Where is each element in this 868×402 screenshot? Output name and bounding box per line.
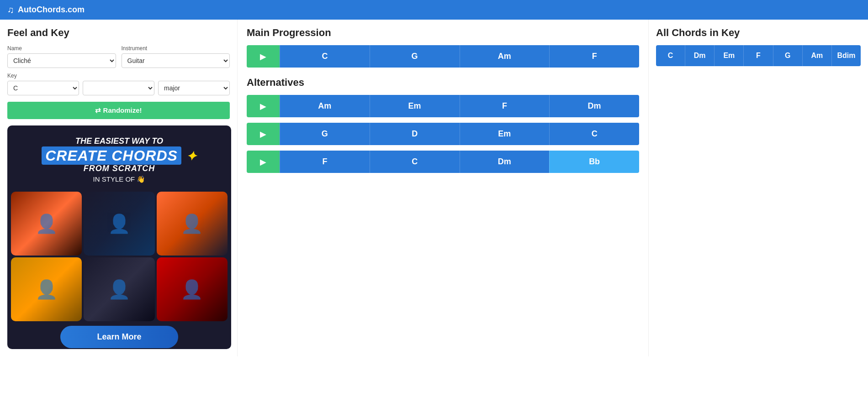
ad-text-area: THE EASIEST WAY TO CREATE CHORDS ✦ FROM …: [32, 125, 206, 188]
main-chord-f[interactable]: F: [549, 45, 639, 68]
instrument-label: Instrument: [122, 45, 230, 52]
face-placeholder-2: 👤: [84, 192, 154, 256]
ad-tagline: THE EASIEST WAY TO: [42, 136, 197, 146]
face-placeholder-5: 👤: [84, 257, 154, 321]
site-header: ♫ AutoChords.com: [0, 0, 868, 20]
alt-3-play-button[interactable]: ▶: [247, 151, 280, 173]
alt-1-play-button[interactable]: ▶: [247, 95, 280, 117]
alt-row-1: ▶ Am Em F Dm: [247, 95, 639, 117]
ad-face-2: 👤: [84, 192, 154, 256]
main-layout: Feel and Key Name Cliché Happy Sad Epic …: [0, 20, 868, 356]
ad-face-5: 👤: [84, 257, 154, 321]
ad-subtitle: FROM SCRATCH: [42, 164, 197, 173]
all-chords-title: All Chords in Key: [656, 27, 861, 39]
key-chord-dm[interactable]: Dm: [685, 45, 714, 66]
site-title: AutoChords.com: [18, 5, 85, 15]
name-select[interactable]: Cliché Happy Sad Epic Dark: [7, 53, 116, 68]
face-placeholder-6: 👤: [157, 257, 228, 321]
key-select[interactable]: CDE FGAB: [7, 81, 79, 95]
all-chords-row: C Dm Em F G Am Bdim: [656, 45, 861, 66]
ad-face-6: 👤: [157, 257, 228, 321]
alt-3-chord-c[interactable]: C: [370, 151, 460, 173]
alt-1-chord-f[interactable]: F: [460, 95, 550, 117]
learn-more-button[interactable]: Learn More: [60, 326, 178, 348]
key-chord-am[interactable]: Am: [802, 45, 831, 66]
key-chord-bdim[interactable]: Bdim: [831, 45, 861, 66]
mode-select[interactable]: major minor: [158, 81, 230, 95]
alternatives-section: Alternatives ▶ Am Em F Dm ▶ G D Em C ▶ F: [247, 77, 639, 173]
key-label-group: Key CDE FGAB: [7, 73, 79, 95]
ad-main-title-1: CREATE CHORDS ✦: [42, 148, 197, 164]
instrument-select[interactable]: Guitar Piano Ukulele: [122, 53, 230, 68]
music-icon: ♫: [7, 5, 14, 15]
feel-and-key-title: Feel and Key: [7, 27, 230, 39]
main-chord-g[interactable]: G: [370, 45, 460, 68]
face-placeholder-3: 👤: [157, 192, 228, 256]
face-placeholder-1: 👤: [11, 192, 82, 256]
ad-star: ✦: [186, 149, 197, 163]
key-modifier-label: [83, 73, 154, 79]
main-progression-row: ▶ C G Am F: [247, 45, 639, 68]
name-instrument-row: Name Cliché Happy Sad Epic Dark Instrume…: [7, 45, 230, 68]
main-play-button[interactable]: ▶: [247, 45, 280, 68]
ad-face-3: 👤: [157, 192, 228, 256]
alt-1-chord-em[interactable]: Em: [370, 95, 460, 117]
randomize-button[interactable]: ⇄ Randomize!: [7, 102, 230, 119]
main-progression-section: Main Progression ▶ C G Am F: [247, 27, 639, 68]
key-chord-em[interactable]: Em: [714, 45, 743, 66]
alt-2-chord-g[interactable]: G: [280, 123, 370, 145]
key-chord-g[interactable]: G: [773, 45, 802, 66]
alt-2-chord-em[interactable]: Em: [460, 123, 550, 145]
main-chord-c[interactable]: C: [280, 45, 370, 68]
alt-3-chord-f[interactable]: F: [280, 151, 370, 173]
ad-title-highlight: CREATE CHORDS: [42, 146, 181, 165]
face-placeholder-4: 👤: [11, 257, 82, 321]
main-chord-am[interactable]: Am: [460, 45, 550, 68]
ad-style-line: IN STYLE OF 👋: [42, 175, 197, 183]
alt-2-chord-d[interactable]: D: [370, 123, 460, 145]
alt-row-2: ▶ G D Em C: [247, 123, 639, 145]
key-chord-f[interactable]: F: [743, 45, 773, 66]
alt-2-play-button[interactable]: ▶: [247, 123, 280, 145]
key-modifier-select[interactable]: b #: [83, 81, 154, 95]
alt-2-chord-c[interactable]: C: [549, 123, 639, 145]
key-row: Key CDE FGAB b # major minor: [7, 73, 230, 95]
main-progression-title: Main Progression: [247, 27, 639, 39]
alt-row-3: ▶ F C Dm Bb: [247, 151, 639, 173]
ad-banner-inner: THE EASIEST WAY TO CREATE CHORDS ✦ FROM …: [7, 125, 231, 349]
ad-face-4: 👤: [11, 257, 82, 321]
left-panel: Feel and Key Name Cliché Happy Sad Epic …: [0, 20, 238, 356]
right-panel: All Chords in Key C Dm Em F G Am Bdim: [649, 20, 868, 356]
alternatives-title: Alternatives: [247, 77, 639, 89]
name-group: Name Cliché Happy Sad Epic Dark: [7, 45, 116, 68]
middle-panel: Main Progression ▶ C G Am F Alternatives…: [238, 20, 649, 356]
alt-1-chord-dm[interactable]: Dm: [549, 95, 639, 117]
ad-face-1: 👤: [11, 192, 82, 256]
ad-artist-grid: 👤 👤 👤 👤 👤 👤: [7, 188, 231, 321]
instrument-group: Instrument Guitar Piano Ukulele: [122, 45, 230, 68]
mode-group: major minor: [158, 73, 230, 95]
alt-3-chord-dm[interactable]: Dm: [460, 151, 550, 173]
alt-1-chord-am[interactable]: Am: [280, 95, 370, 117]
key-modifier-group: b #: [83, 73, 154, 95]
key-chord-c[interactable]: C: [656, 45, 685, 66]
mode-label: [158, 73, 230, 79]
name-label: Name: [7, 45, 116, 52]
key-label: Key: [7, 73, 79, 79]
ad-banner[interactable]: THE EASIEST WAY TO CREATE CHORDS ✦ FROM …: [7, 125, 231, 349]
alt-3-chord-bb[interactable]: Bb: [549, 151, 639, 173]
